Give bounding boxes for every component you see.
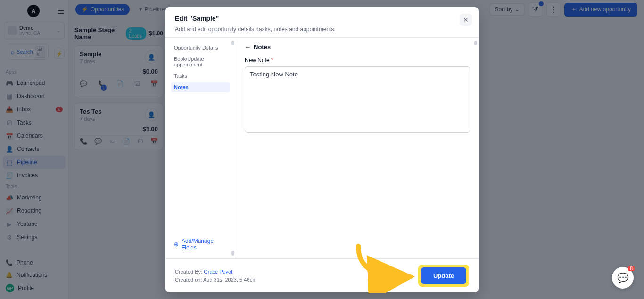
tab-tasks[interactable]: Tasks <box>171 71 230 81</box>
required-asterisk: * <box>271 57 273 64</box>
modal-tabs: Opportunity Details Book/Update appointm… <box>165 38 236 258</box>
update-highlight-frame: Update <box>418 265 469 287</box>
section-title: Notes <box>254 43 271 50</box>
cancel-button[interactable] <box>396 272 413 280</box>
scrollbar-top-icon[interactable] <box>231 41 234 45</box>
modal-title: Edit "Sample" <box>175 15 469 22</box>
created-on-label: Created on: <box>175 277 202 282</box>
new-note-label: New Note * <box>245 57 470 64</box>
close-button[interactable]: ✕ <box>460 14 472 26</box>
tab-notes[interactable]: Notes <box>171 82 230 92</box>
content-scrollbar-icon[interactable] <box>474 41 477 45</box>
chat-icon: 💬 <box>617 272 629 283</box>
modal-header: Edit "Sample" Add and edit opportunity d… <box>165 7 479 37</box>
chat-fab[interactable]: 💬 8 <box>612 267 634 289</box>
created-by-label: Created By: <box>175 269 202 274</box>
modal-body: Opportunity Details Book/Update appointm… <box>165 37 479 259</box>
update-button[interactable]: Update <box>421 267 466 284</box>
edit-opportunity-modal: Edit "Sample" Add and edit opportunity d… <box>165 7 479 292</box>
new-note-textarea[interactable] <box>245 66 470 133</box>
meta-info: Created By: Grace Puyot Created on: Aug … <box>175 268 257 283</box>
close-icon: ✕ <box>463 16 469 24</box>
plus-circle-icon: ⊕ <box>174 241 179 248</box>
back-arrow-icon[interactable]: ← <box>245 43 251 50</box>
modal-content: ← Notes New Note * <box>236 38 479 258</box>
modal-subtitle: Add and edit opportunity details, tasks,… <box>175 26 469 33</box>
section-title-row: ← Notes <box>245 43 470 50</box>
tab-opportunity-details[interactable]: Opportunity Details <box>171 42 230 53</box>
scrollbar-bottom-icon[interactable] <box>231 251 234 256</box>
created-on-value: Aug 31st 2023, 5:46pm <box>203 277 257 282</box>
add-manage-fields-link[interactable]: ⊕Add/Manage Fields <box>171 235 230 254</box>
tab-book-appointment[interactable]: Book/Update appointment <box>171 54 230 70</box>
modal-footer: Created By: Grace Puyot Created on: Aug … <box>165 259 479 292</box>
chat-badge: 8 <box>628 266 635 271</box>
created-by-link[interactable]: Grace Puyot <box>204 269 232 274</box>
link-label: Add/Manage Fields <box>182 238 227 251</box>
